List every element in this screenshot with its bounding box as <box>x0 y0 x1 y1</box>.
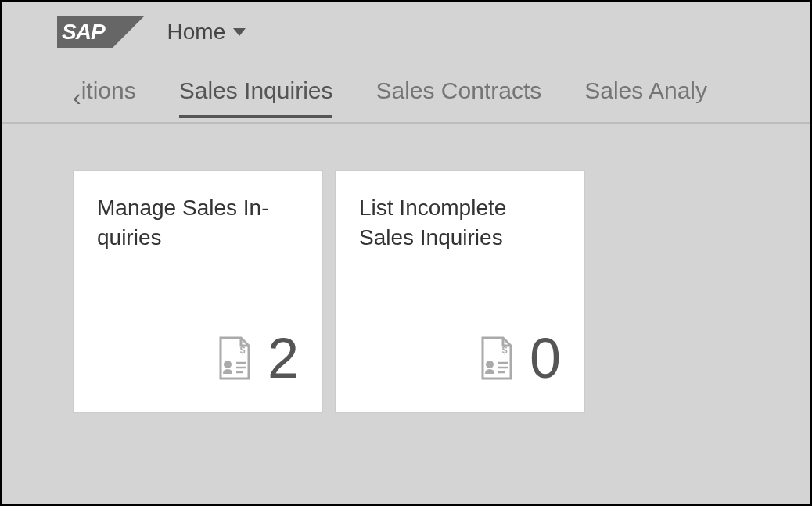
home-dropdown[interactable]: Home <box>167 20 246 45</box>
tab-sales-contracts[interactable]: Sales Contracts <box>375 77 541 118</box>
tile-manage-sales-inquiries[interactable]: Manage Sales In- quiries $ 2 <box>73 170 323 413</box>
sales-document-icon: $ <box>214 335 253 382</box>
tile-footer: $ 2 <box>97 326 299 390</box>
tab-bar: ‹ itions Sales Inquiries Sales Contracts… <box>2 61 810 124</box>
tile-list-incomplete-sales-inquiries[interactable]: List Incomplete Sales Inquiries $ 0 <box>335 170 585 413</box>
tile-count: 0 <box>530 326 561 390</box>
app-header: SAP Home <box>2 2 810 61</box>
sap-logo: SAP <box>57 16 113 48</box>
tab-sales-analytics[interactable]: Sales Analy <box>584 77 707 118</box>
svg-text:$: $ <box>240 345 246 356</box>
tile-footer: $ 0 <box>359 326 561 390</box>
sales-document-icon: $ <box>476 335 516 382</box>
tiles-container: Manage Sales In- quiries $ 2 List Incomp… <box>2 124 810 413</box>
svg-point-0 <box>224 361 232 368</box>
tile-title: Manage Sales In- quiries <box>97 193 299 253</box>
tile-title: List Incomplete Sales Inquiries <box>359 193 561 253</box>
tile-count: 2 <box>268 326 299 390</box>
svg-point-5 <box>486 361 494 368</box>
chevron-down-icon <box>233 28 246 36</box>
tab-sales-inquiries[interactable]: Sales Inquiries <box>179 77 333 118</box>
chevron-left-icon[interactable]: ‹ <box>73 83 81 112</box>
tab-partial-left[interactable]: itions <box>81 77 136 118</box>
svg-text:$: $ <box>502 345 508 356</box>
home-label: Home <box>167 20 226 45</box>
